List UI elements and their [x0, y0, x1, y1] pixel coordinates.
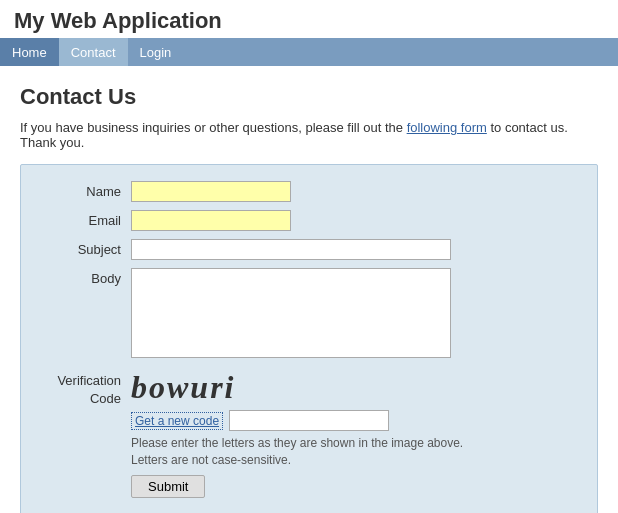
- body-textarea[interactable]: [131, 268, 451, 358]
- captcha-hint-line2: Letters are not case-sensitive.: [131, 453, 291, 467]
- submit-button[interactable]: Submit: [131, 475, 205, 498]
- contact-form-container: Name Email Subject Body: [20, 164, 598, 513]
- body-row: Body: [41, 268, 577, 361]
- name-input[interactable]: [131, 181, 291, 202]
- new-code-link[interactable]: Get a new code: [131, 412, 223, 430]
- email-row: Email: [41, 210, 577, 231]
- captcha-input-row: Get a new code: [131, 410, 577, 431]
- verification-label: VerificationCode: [41, 369, 131, 408]
- subject-input-wrap: [131, 239, 577, 260]
- contact-form: Name Email Subject Body: [41, 181, 577, 498]
- nav-login[interactable]: Login: [128, 38, 184, 66]
- intro-link[interactable]: following form: [407, 120, 487, 135]
- subject-row: Subject: [41, 239, 577, 260]
- email-input-wrap: [131, 210, 577, 231]
- name-input-wrap: [131, 181, 577, 202]
- verification-row: VerificationCode bowuri Get a new code P…: [41, 369, 577, 469]
- page-title: Contact Us: [20, 84, 598, 110]
- submit-row: Submit: [41, 475, 577, 498]
- captcha-hint-line1: Please enter the letters as they are sho…: [131, 436, 463, 450]
- captcha-image: bowuri: [131, 369, 577, 406]
- body-input-wrap: [131, 268, 577, 361]
- captcha-hint: Please enter the letters as they are sho…: [131, 435, 577, 469]
- captcha-input[interactable]: [229, 410, 389, 431]
- nav-home[interactable]: Home: [0, 38, 59, 66]
- main-content: Contact Us If you have business inquirie…: [0, 66, 618, 513]
- email-input[interactable]: [131, 210, 291, 231]
- intro-text: If you have business inquiries or other …: [20, 120, 598, 150]
- navigation: Home Contact Login: [0, 38, 618, 66]
- subject-input[interactable]: [131, 239, 451, 260]
- body-label: Body: [41, 268, 131, 286]
- name-label: Name: [41, 181, 131, 199]
- name-row: Name: [41, 181, 577, 202]
- email-label: Email: [41, 210, 131, 228]
- subject-label: Subject: [41, 239, 131, 257]
- app-title: My Web Application: [14, 8, 222, 33]
- header: My Web Application: [0, 0, 618, 38]
- nav-contact[interactable]: Contact: [59, 38, 128, 66]
- verification-content: bowuri Get a new code Please enter the l…: [131, 369, 577, 469]
